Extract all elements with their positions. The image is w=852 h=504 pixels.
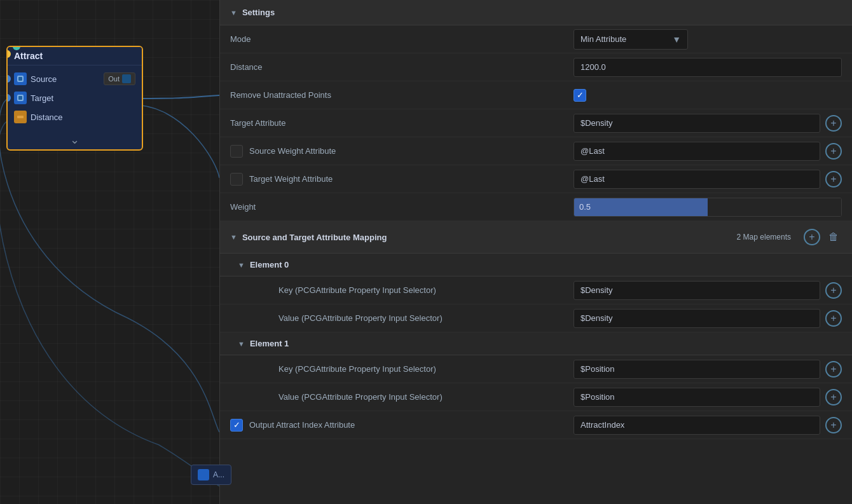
- mapping-add-button[interactable]: +: [804, 229, 820, 245]
- element1-value-row: Value (PCGAttribute Property Input Selec…: [220, 383, 852, 411]
- distance-port-icon: [14, 111, 27, 123]
- node-title: Attract: [14, 51, 43, 61]
- svg-rect-4: [17, 116, 24, 118]
- mapping-chevron-icon: ▼: [230, 233, 237, 241]
- element1-title: Element 1: [250, 339, 289, 348]
- mode-dropdown[interactable]: Min Attribute ▼: [574, 29, 688, 50]
- map-count: 2 Map elements: [737, 233, 791, 242]
- source-weight-row: Source Weight Attribute +: [220, 137, 852, 165]
- source-weight-add-button[interactable]: +: [825, 143, 842, 160]
- target-attribute-add-button[interactable]: +: [825, 115, 842, 132]
- source-weight-label: Source Weight Attribute: [230, 145, 574, 158]
- svg-rect-1: [18, 77, 22, 81]
- output-attract-input[interactable]: [574, 416, 820, 435]
- output-attract-checkbox[interactable]: ✓: [230, 419, 243, 432]
- remove-unattracted-checkbox-wrap: ✓: [574, 89, 586, 102]
- target-attribute-row: Target Attribute +: [220, 109, 852, 137]
- remove-unattracted-label: Remove Unattracted Points: [230, 90, 574, 100]
- target-label: Target: [31, 93, 53, 103]
- element0-value-label: Value (PCGAttribute Property Input Selec…: [230, 313, 574, 323]
- weight-filled-portion: 0.5: [574, 198, 708, 216]
- element0-key-value: +: [574, 281, 842, 300]
- target-attribute-label: Target Attribute: [230, 118, 574, 128]
- element1-key-input[interactable]: [574, 360, 820, 379]
- source-label: Source: [31, 74, 57, 84]
- mapping-section-header[interactable]: ▼ Source and Target Attribute Mapping 2 …: [220, 221, 852, 254]
- element0-header[interactable]: ▼ Element 0: [220, 254, 852, 276]
- element0-key-add-button[interactable]: +: [825, 282, 842, 299]
- node-row-target: Target: [8, 88, 142, 107]
- target-weight-add-button[interactable]: +: [825, 171, 842, 187]
- element0-value-row: Value (PCGAttribute Property Input Selec…: [220, 304, 852, 332]
- mode-value: Min Attribute ▼: [574, 29, 842, 50]
- target-weight-value: +: [574, 170, 842, 189]
- element0-value-input[interactable]: [574, 309, 820, 328]
- element1-key-add-button[interactable]: +: [825, 361, 842, 378]
- element0-title: Element 0: [250, 260, 289, 269]
- mapping-section-title: Source and Target Attribute Mapping: [242, 233, 387, 242]
- target-weight-input[interactable]: [574, 170, 820, 189]
- bottom-node: A...: [191, 465, 231, 485]
- element0-value-add-button[interactable]: +: [825, 310, 842, 327]
- svg-rect-3: [18, 96, 22, 100]
- weight-value: 0.5: [574, 198, 842, 217]
- target-weight-label: Target Weight Attribute: [230, 173, 574, 186]
- target-attribute-input[interactable]: [574, 114, 820, 133]
- output-attract-row: ✓ Output Attract Index Attribute +: [220, 411, 852, 439]
- properties-panel: ▼ Settings Mode Min Attribute ▼ Distance…: [219, 0, 852, 504]
- mapping-action-buttons: + 🗑: [804, 229, 842, 245]
- distance-label: Distance: [31, 112, 63, 122]
- weight-display: 0.5: [579, 202, 591, 212]
- mode-label: Mode: [230, 34, 574, 44]
- target-weight-row: Target Weight Attribute +: [220, 165, 852, 193]
- node-expand-chevron[interactable]: ⌄: [8, 130, 142, 149]
- settings-chevron-icon: ▼: [230, 9, 237, 17]
- attract-node: Attract Source Source Out: [6, 46, 143, 151]
- mode-dropdown-arrow: ▼: [672, 34, 681, 44]
- out-badge-icon: [122, 74, 131, 83]
- element1-value-input[interactable]: [574, 388, 820, 407]
- distance-value: [574, 58, 842, 77]
- bottom-node-icon: [198, 469, 209, 480]
- graph-canvas: Attract Source Source Out: [0, 0, 219, 504]
- element1-key-label: Key (PCGAttribute Property Input Selecto…: [230, 364, 574, 374]
- remove-unattracted-checkbox[interactable]: ✓: [574, 89, 586, 102]
- weight-unfilled-portion: [708, 198, 841, 216]
- distance-input[interactable]: [574, 58, 842, 77]
- node-row-source: Source Source Out: [8, 69, 142, 88]
- distance-label: Distance: [230, 62, 574, 72]
- node-header: Attract: [8, 47, 142, 65]
- source-port-icon: [14, 72, 27, 85]
- element0-key-row: Key (PCGAttribute Property Input Selecto…: [220, 276, 852, 304]
- node-body: Source Source Out Target: [8, 65, 142, 130]
- element1-key-row: Key (PCGAttribute Property Input Selecto…: [220, 355, 852, 383]
- element0-key-input[interactable]: [574, 281, 820, 300]
- distance-row: Distance: [220, 53, 852, 81]
- settings-section-header[interactable]: ▼ Settings: [220, 0, 852, 25]
- output-attract-label: ✓ Output Attract Index Attribute: [230, 419, 574, 432]
- source-weight-input[interactable]: [574, 142, 820, 161]
- node-row-distance: Distance: [8, 107, 142, 126]
- element0-value-value: +: [574, 309, 842, 328]
- target-weight-checkbox[interactable]: [230, 173, 243, 186]
- output-attract-add-button[interactable]: +: [825, 417, 842, 433]
- weight-slider[interactable]: 0.5: [574, 198, 842, 217]
- element0-chevron-icon: ▼: [238, 261, 245, 269]
- mapping-delete-button[interactable]: 🗑: [825, 229, 842, 245]
- out-badge: Source Out: [104, 72, 135, 85]
- element1-key-value: +: [574, 360, 842, 379]
- source-weight-value: +: [574, 142, 842, 161]
- element0-key-label: Key (PCGAttribute Property Input Selecto…: [230, 285, 574, 295]
- element1-value-label: Value (PCGAttribute Property Input Selec…: [230, 392, 574, 402]
- element1-value-value: +: [574, 388, 842, 407]
- weight-row: Weight 0.5: [220, 193, 852, 221]
- settings-section-title: Settings: [242, 8, 275, 17]
- source-weight-checkbox[interactable]: [230, 145, 243, 158]
- element1-header[interactable]: ▼ Element 1: [220, 332, 852, 355]
- output-attract-value: +: [574, 416, 842, 435]
- element1-value-add-button[interactable]: +: [825, 389, 842, 405]
- element1-chevron-icon: ▼: [238, 340, 245, 348]
- remove-unattracted-value: ✓: [574, 89, 842, 102]
- output-check-mark: ✓: [233, 420, 240, 430]
- target-port-icon: [14, 92, 27, 104]
